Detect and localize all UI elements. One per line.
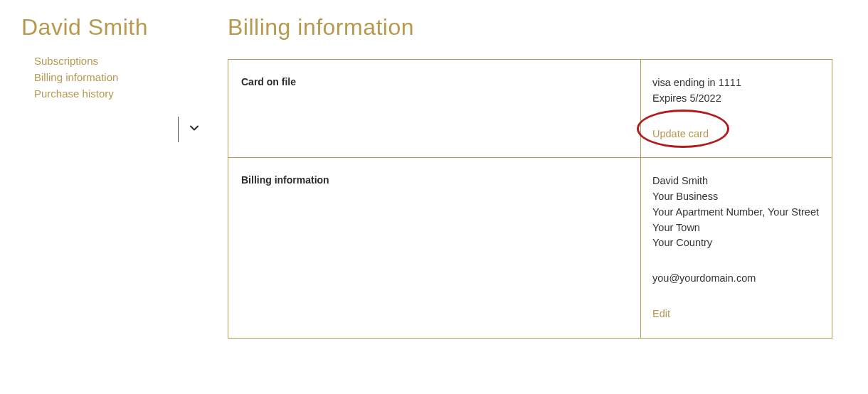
billing-label-cell: Billing information — [228, 158, 641, 337]
page-title: Billing information — [228, 14, 847, 41]
expand-control — [178, 117, 206, 142]
main-content: Billing information Card on file visa en… — [228, 14, 847, 339]
sidebar-nav: Subscriptions Billing information Purcha… — [21, 55, 206, 100]
card-label: Card on file — [241, 76, 296, 87]
edit-billing-link[interactable]: Edit — [652, 307, 670, 322]
card-description-line2: Expires 5/2022 — [652, 91, 820, 107]
billing-row: Billing information David Smith Your Bus… — [228, 158, 832, 337]
billing-town: Your Town — [652, 220, 820, 236]
divider — [178, 117, 179, 142]
billing-business: Your Business — [652, 189, 820, 205]
card-description-line1: visa ending in 1111 — [652, 75, 820, 91]
billing-country: Your Country — [652, 235, 820, 251]
sidebar: David Smith Subscriptions Billing inform… — [21, 14, 206, 339]
update-card-link[interactable]: Update card — [652, 127, 709, 142]
chevron-down-icon[interactable] — [189, 122, 200, 137]
card-value-cell: visa ending in 1111 Expires 5/2022 Updat… — [641, 60, 832, 157]
card-label-cell: Card on file — [228, 60, 641, 157]
info-table: Card on file visa ending in 1111 Expires… — [228, 59, 832, 339]
card-row: Card on file visa ending in 1111 Expires… — [228, 60, 832, 158]
billing-label: Billing information — [241, 174, 329, 186]
billing-street: Your Apartment Number, Your Street — [652, 205, 820, 220]
sidebar-link-purchase-history[interactable]: Purchase history — [34, 87, 206, 100]
sidebar-link-subscriptions[interactable]: Subscriptions — [34, 55, 206, 67]
billing-name: David Smith — [652, 174, 820, 189]
billing-value-cell: David Smith Your Business Your Apartment… — [641, 158, 832, 337]
user-name-title: David Smith — [21, 14, 206, 41]
billing-email: you@yourdomain.com — [652, 271, 820, 287]
sidebar-link-billing[interactable]: Billing information — [34, 71, 206, 83]
